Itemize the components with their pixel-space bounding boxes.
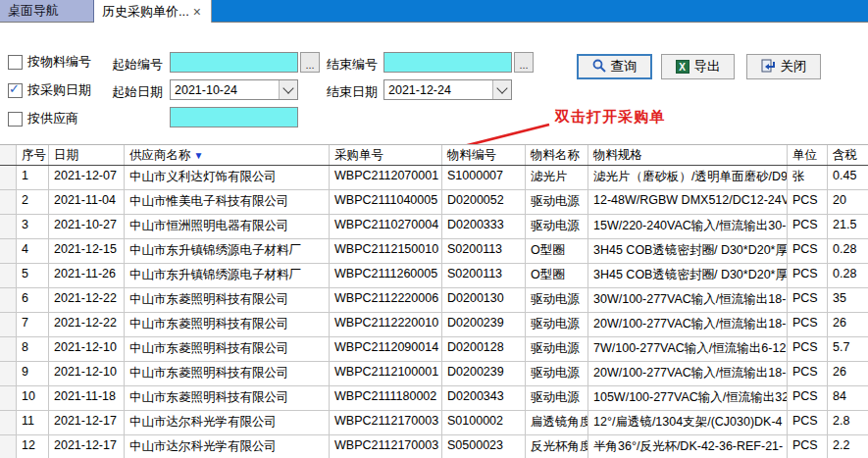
row-selector[interactable]	[0, 166, 17, 189]
cell-material-no: S1000007	[442, 166, 526, 189]
header-material-no[interactable]: 物料编号	[442, 145, 526, 165]
cell-index: 3	[17, 215, 49, 238]
table-row[interactable]: 12 2021-12-17 中山市达尔科光学有限公司 WBPC211217000…	[0, 435, 868, 458]
header-material-spec[interactable]: 物料规格	[588, 145, 788, 165]
chevron-down-icon[interactable]	[492, 80, 511, 99]
cell-unit: PCS	[788, 386, 828, 410]
header-material-name[interactable]: 物料名称	[526, 145, 588, 165]
supplier-input[interactable]	[170, 107, 298, 127]
tab-desktop-nav[interactable]: 桌面导航	[0, 0, 94, 23]
cell-price: 2.8	[828, 411, 868, 434]
checkbox-supplier-label: 按供应商	[27, 110, 78, 127]
close-button-label: 关闭	[781, 58, 807, 76]
cell-material-no: D0200239	[442, 313, 526, 336]
table-row[interactable]: 4 2021-12-15 中山市东升镇锦绣源电子材料厂 WBPC21121500…	[0, 239, 868, 264]
table-row[interactable]: 5 2021-11-26 中山市东升镇锦绣源电子材料厂 WBPC21112600…	[0, 264, 868, 288]
row-selector[interactable]	[0, 435, 17, 458]
start-no-input[interactable]	[170, 52, 298, 73]
row-selector[interactable]	[0, 386, 17, 410]
end-date-label: 结束日期	[327, 83, 378, 101]
export-button[interactable]: X 导出	[661, 54, 735, 79]
filter-by-material-no[interactable]: 按物料编号	[8, 53, 91, 71]
cell-material-no: S0200113	[442, 239, 526, 263]
checkbox-material-no[interactable]	[8, 55, 23, 70]
row-selector[interactable]	[0, 313, 17, 336]
query-button[interactable]: 查询	[577, 54, 652, 79]
row-selector[interactable]	[0, 264, 17, 287]
checkbox-supplier[interactable]	[8, 112, 23, 127]
row-selector[interactable]	[0, 190, 17, 214]
end-date-value: 2021-12-24	[384, 83, 492, 97]
cell-material-spec: 7W/100-277VAC输入/恒流输出6-12	[588, 337, 788, 361]
table-row[interactable]: 2 2021-11-04 中山市惟美电子科技有限公司 WBPC211104000…	[0, 190, 868, 215]
row-selector[interactable]	[0, 215, 17, 238]
header-date[interactable]: 日期	[49, 145, 125, 165]
header-index[interactable]: 序号	[17, 145, 49, 165]
tab-history-purchase-price[interactable]: 历史采购单价... ×	[94, 0, 212, 23]
cell-price: 26	[828, 313, 868, 336]
table-row[interactable]: 7 2021-12-22 中山市东菱照明科技有限公司 WBPC211222001…	[0, 313, 868, 337]
filter-by-purchase-date[interactable]: 按采购日期	[8, 81, 91, 99]
row-selector[interactable]	[0, 239, 17, 263]
table-row[interactable]: 6 2021-12-22 中山市东菱照明科技有限公司 WBPC211222000…	[0, 288, 868, 313]
end-no-browse-button[interactable]: ...	[514, 52, 534, 73]
chevron-down-icon[interactable]	[279, 80, 297, 99]
cell-po-number: WBPC2112070001	[330, 166, 442, 189]
cell-material-no: D0200128	[442, 337, 526, 361]
cell-material-name: 驱动电源	[526, 215, 588, 238]
cell-supplier: 中山市东菱照明科技有限公司	[125, 288, 330, 312]
filter-by-supplier[interactable]: 按供应商	[8, 110, 78, 127]
header-supplier[interactable]: 供应商名称▼	[125, 145, 330, 165]
cell-po-number: WBPC2112090014	[330, 337, 442, 361]
cell-material-no: D0200333	[442, 215, 526, 238]
header-po-number[interactable]: 采购单号	[330, 145, 442, 165]
cell-material-spec: 12-48W/RGBW DMX512/DC12-24V	[588, 190, 788, 214]
start-no-browse-button[interactable]: ...	[300, 52, 320, 73]
cell-material-name: 滤光片	[526, 166, 588, 189]
export-button-label: 导出	[694, 58, 721, 76]
cell-price: 2.2	[828, 435, 868, 458]
header-tax-price[interactable]: 含税	[828, 145, 868, 165]
tab-close-icon[interactable]: ×	[191, 5, 203, 19]
cell-unit: PCS	[788, 435, 828, 458]
cell-unit: PCS	[788, 362, 828, 385]
cell-unit: PCS	[788, 337, 828, 361]
cell-date: 2021-11-26	[49, 264, 125, 287]
cell-index: 11	[17, 411, 49, 434]
cell-price: 0.28	[828, 239, 868, 263]
table-row[interactable]: 8 2021-12-10 中山市东菱照明科技有限公司 WBPC211209001…	[0, 337, 868, 362]
end-date-select[interactable]: 2021-12-24	[383, 79, 512, 100]
close-button[interactable]: 关闭	[746, 54, 821, 79]
tab-desktop-nav-label: 桌面导航	[8, 2, 59, 20]
cell-po-number: WBPC2111260005	[330, 264, 442, 287]
cell-po-number: WBPC2112220010	[330, 313, 442, 336]
table-row[interactable]: 11 2021-12-17 中山市达尔科光学有限公司 WBPC211217000…	[0, 411, 868, 435]
cell-unit: PCS	[788, 411, 828, 434]
cell-index: 4	[17, 239, 49, 263]
cell-material-name: 驱动电源	[526, 313, 588, 336]
cell-supplier: 中山市东菱照明科技有限公司	[125, 313, 330, 336]
table-row[interactable]: 1 2021-12-07 中山市义利达灯饰有限公司 WBPC2112070001…	[0, 166, 868, 190]
table-row[interactable]: 9 2021-12-10 中山市东菱照明科技有限公司 WBPC211210000…	[0, 362, 868, 386]
row-selector[interactable]	[0, 362, 17, 385]
cell-material-spec: 20W/100-277VAC输入/恒流输出18-	[588, 362, 788, 385]
cell-unit: PCS	[788, 215, 828, 238]
cell-date: 2021-12-15	[49, 239, 125, 263]
cell-index: 12	[17, 435, 49, 458]
tab-bar-fill	[212, 0, 868, 23]
row-selector[interactable]	[0, 288, 17, 312]
checkbox-purchase-date[interactable]	[8, 83, 23, 98]
cell-supplier: 中山市东升镇锦绣源电子材料厂	[125, 264, 330, 287]
end-no-input[interactable]	[383, 52, 512, 73]
table-row[interactable]: 3 2021-10-27 中山市恒洲照明电器有限公司 WBPC211027000…	[0, 215, 868, 239]
cell-date: 2021-11-04	[49, 190, 125, 214]
cell-material-no: D0200239	[442, 362, 526, 385]
cell-date: 2021-12-07	[49, 166, 125, 189]
row-selector[interactable]	[0, 411, 17, 434]
start-date-select[interactable]: 2021-10-24	[170, 79, 298, 100]
row-selector[interactable]	[0, 337, 17, 361]
header-unit[interactable]: 单位	[788, 145, 828, 165]
cell-date: 2021-12-22	[49, 313, 125, 336]
table-row[interactable]: 10 2021-11-18 中山市东菱照明科技有限公司 WBPC21111800…	[0, 386, 868, 411]
cell-date: 2021-12-22	[49, 288, 125, 312]
